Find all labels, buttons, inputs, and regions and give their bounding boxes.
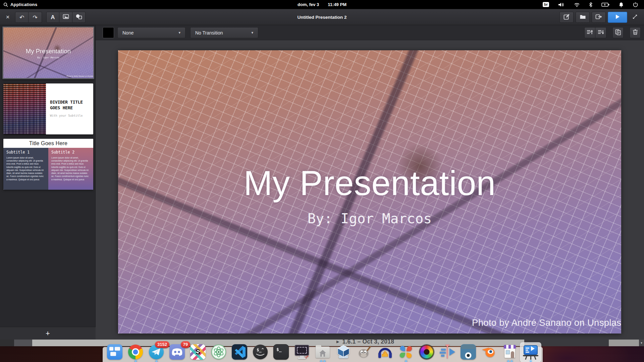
- appcenter-storefront-icon: [502, 344, 518, 360]
- headerbar: × ↶ ↷ A Untitled Presentation 2: [0, 9, 644, 25]
- slide-photo-credit[interactable]: Photo by André Sanano on Unsplash: [472, 317, 621, 328]
- search-icon: [3, 2, 8, 7]
- running-indicator: [398, 360, 414, 362]
- current-slide[interactable]: My Presentation By: Igor Marcos Photo by…: [118, 50, 621, 334]
- zsh-terminal-icon: $_^: [253, 345, 268, 359]
- slide2-thumb-title: DIVIDER TITLE GOES HERE: [50, 100, 91, 111]
- dock-audacity[interactable]: [377, 344, 393, 360]
- dock-videos[interactable]: [398, 344, 414, 360]
- dock-files-home[interactable]: [315, 344, 331, 360]
- running-indicator: [127, 360, 144, 362]
- background-pattern-dropdown[interactable]: None ▾: [117, 27, 185, 38]
- notifications-bell-icon[interactable]: [619, 2, 624, 7]
- dock-terminal[interactable]: $_: [273, 344, 289, 360]
- background-window-segment: [609, 340, 639, 346]
- terminal-icon: $_: [273, 344, 289, 360]
- add-slide-button[interactable]: +: [0, 327, 96, 340]
- dock-telegram[interactable]: 3152: [148, 344, 164, 360]
- dock-appcenter[interactable]: [502, 344, 518, 360]
- keyboard-layout-indicator[interactable]: br: [543, 2, 549, 7]
- dock: 3152 79 S $_^: [103, 343, 543, 362]
- slide-thumbnail-2[interactable]: DIVIDER TITLE GOES HERE With your Subtit…: [3, 83, 93, 134]
- export-icon: [595, 14, 602, 21]
- dock-discord[interactable]: 79: [169, 344, 185, 360]
- dock-gimp[interactable]: [356, 344, 372, 360]
- chevron-down-icon[interactable]: ▾: [639, 340, 644, 346]
- slide3-body-1: Lorem ipsum dolor sit amet, consectetur …: [6, 156, 45, 181]
- power-icon[interactable]: [633, 2, 638, 7]
- export-button[interactable]: [592, 12, 606, 23]
- present-button[interactable]: [608, 12, 627, 23]
- applications-menu[interactable]: Applications: [3, 0, 37, 9]
- dock-terminal-zsh[interactable]: $_^: [252, 344, 268, 360]
- dock-virtualbox[interactable]: [335, 344, 352, 360]
- dock-blender[interactable]: [481, 344, 497, 360]
- datetime[interactable]: dom, fev 3 11:49 PM: [298, 0, 346, 9]
- edit-button[interactable]: [559, 12, 574, 23]
- wifi-icon[interactable]: [574, 2, 580, 7]
- dock-screenshot-tool[interactable]: ✂: [294, 344, 310, 360]
- volume-icon[interactable]: [558, 2, 565, 7]
- dock-atom[interactable]: [211, 344, 227, 360]
- slide-actions: [584, 27, 641, 38]
- slide3-column-1: Subtitle 1 Lorem ipsum dolor sit amet, c…: [3, 148, 48, 190]
- duplicate-slide-button[interactable]: [612, 27, 624, 38]
- folder-icon: [580, 14, 586, 21]
- slide-subtitle-text[interactable]: By: Igor Marcos: [118, 210, 621, 227]
- header-actions: [559, 12, 641, 23]
- dock-workspaces-switcher[interactable]: [107, 344, 123, 360]
- transition-dropdown[interactable]: No Transition ▾: [190, 27, 258, 38]
- background-color-swatch[interactable]: [103, 27, 114, 38]
- terminal-prompt-glyph: $_: [276, 347, 282, 352]
- shapes-icon: [75, 14, 82, 21]
- add-image-button[interactable]: [59, 12, 72, 23]
- screenshot-icon: ✂: [294, 344, 310, 360]
- eye-app-icon: [461, 344, 476, 360]
- slide-title-text[interactable]: My Presentation: [118, 164, 621, 203]
- dock-color-picker[interactable]: [419, 344, 435, 360]
- move-slide-down-button[interactable]: [595, 27, 606, 38]
- dock-chrome[interactable]: [127, 344, 144, 360]
- move-slide-group: [584, 27, 606, 38]
- redo-button[interactable]: ↷: [29, 12, 42, 23]
- slide-thumbnail-3[interactable]: Title Goes Here Subtitle 1 Lorem ipsum d…: [3, 139, 93, 190]
- dock-vscode[interactable]: [231, 344, 248, 360]
- bluetooth-icon[interactable]: [589, 2, 592, 7]
- slide2-thumb-subtitle: With your Subtitle: [50, 114, 91, 117]
- move-slide-up-button[interactable]: [584, 27, 595, 38]
- running-indicator: [315, 360, 331, 362]
- notification-badge: 79: [181, 341, 190, 348]
- duplicate-icon: [615, 29, 621, 37]
- slide3-subtitle-2: Subtitle 2: [51, 150, 90, 155]
- slide3-body-2: Lorem ipsum dolor sit amet, consectetur …: [51, 156, 90, 181]
- slack-s-glyph: S: [190, 344, 206, 360]
- desktop: Applications dom, fev 3 11:49 PM br: [0, 0, 644, 362]
- battery-icon[interactable]: [601, 2, 609, 7]
- system-indicators: br: [543, 0, 638, 9]
- undo-button[interactable]: ↶: [15, 12, 29, 23]
- slide3-column-2: Subtitle 2 Lorem ipsum dolor sit amet, c…: [48, 148, 93, 190]
- audacity-icon: [377, 344, 393, 360]
- open-file-button[interactable]: [576, 12, 590, 23]
- add-shape-button[interactable]: [72, 12, 86, 23]
- slide-thumbnail-1-selected[interactable]: My Presentation By: Igor Marcos Photo by…: [2, 26, 94, 79]
- delete-slide-button[interactable]: [630, 27, 641, 38]
- presentation-board-icon: [523, 344, 539, 360]
- play-icon: [615, 14, 620, 21]
- applications-label: Applications: [10, 2, 37, 7]
- close-window-icon[interactable]: ×: [4, 13, 11, 21]
- text-tool-icon: A: [51, 14, 55, 21]
- fullscreen-button[interactable]: [629, 12, 641, 23]
- spice-up-window: × ↶ ↷ A Untitled Presentation 2: [0, 9, 644, 340]
- add-text-button[interactable]: A: [46, 12, 59, 23]
- edit-pencil-icon: [564, 14, 570, 21]
- dock-slack[interactable]: S: [190, 344, 206, 360]
- video-editor-icon: [439, 344, 455, 360]
- dock-video-editor[interactable]: [439, 344, 455, 360]
- slide3-subtitle-1: Subtitle 1: [6, 150, 45, 155]
- gimp-icon: [356, 344, 372, 360]
- dock-spice-up-active[interactable]: [523, 344, 539, 360]
- slide3-thumb-title: Title Goes Here: [3, 139, 93, 148]
- image-icon: [63, 14, 69, 21]
- dock-image-viewer[interactable]: [460, 344, 476, 360]
